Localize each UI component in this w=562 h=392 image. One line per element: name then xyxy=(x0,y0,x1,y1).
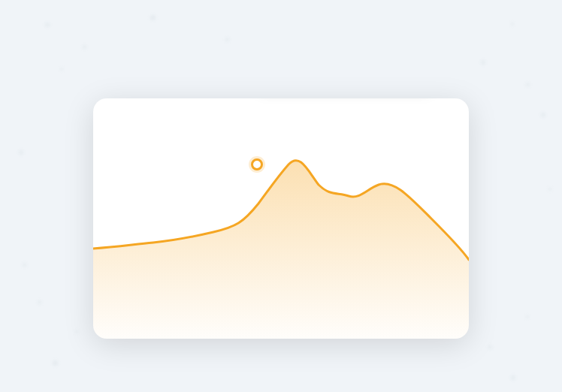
chart-data-point xyxy=(251,158,263,170)
line-chart xyxy=(93,98,469,339)
chart-card: Conversion 23 +2,0% Visitors 43 +1,4% To… xyxy=(93,98,469,339)
chart-area xyxy=(93,98,469,339)
scene: Conversion 23 +2,0% Visitors 43 +1,4% To… xyxy=(0,0,562,392)
